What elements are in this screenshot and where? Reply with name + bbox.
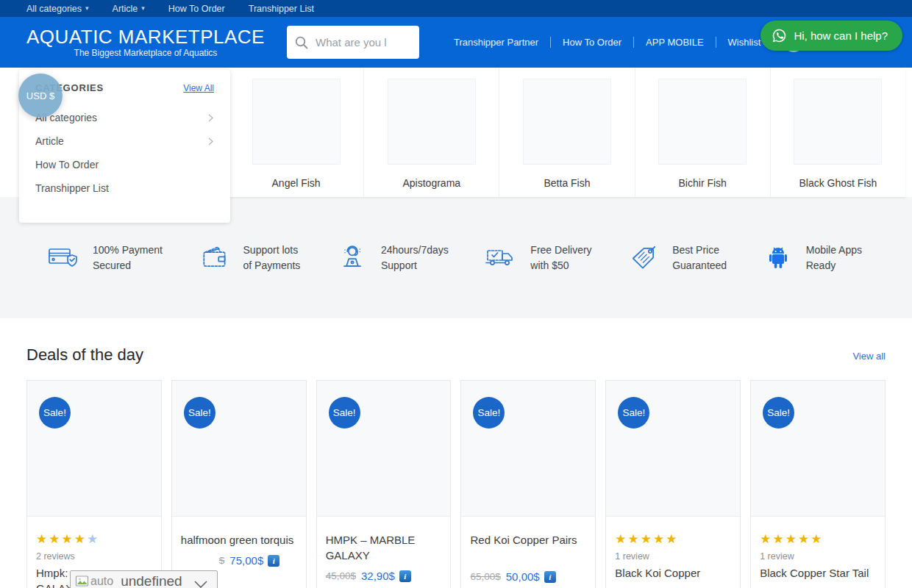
category-label: Angel Fish bbox=[272, 177, 321, 189]
nav-how-to-order[interactable]: How To Order bbox=[551, 37, 633, 48]
sidebar-view-all-link[interactable]: View All bbox=[183, 83, 214, 93]
feature-line1: 24hours/7days bbox=[381, 243, 449, 258]
product-image-placeholder: Sale! bbox=[27, 381, 161, 517]
sale-badge: Sale! bbox=[763, 397, 794, 429]
sidebar-item-all-categories[interactable]: All categories bbox=[35, 106, 214, 129]
product-name[interactable]: Red Koi Copper Pairs bbox=[470, 532, 586, 548]
info-icon[interactable]: i bbox=[268, 555, 279, 567]
topnav-label: How To Order bbox=[168, 4, 225, 14]
top-navbar: All categories ▾ Article ▾ How To Order … bbox=[0, 0, 912, 17]
old-price: 65,00$ bbox=[470, 571, 500, 582]
topnav-label: Transhipper List bbox=[249, 4, 314, 14]
support-agent-icon bbox=[337, 243, 368, 273]
review-count: 1 review bbox=[615, 551, 731, 562]
search-box bbox=[287, 26, 419, 59]
whatsapp-chat-button[interactable]: Hi, how can I help? bbox=[760, 21, 902, 51]
category-label: Black Ghost Fish bbox=[799, 177, 877, 189]
dropdown-selected-value: undefined bbox=[121, 573, 182, 588]
category-label: Apistograma bbox=[403, 177, 461, 189]
product-card[interactable]: Sale! ★★★★★ 1 review Black Copper Star T… bbox=[750, 380, 886, 588]
currency-label: USD $ bbox=[26, 90, 54, 101]
topnav-transhipper-list[interactable]: Transhipper List bbox=[249, 4, 314, 14]
feature-mobile-apps: Mobile Apps Ready bbox=[763, 243, 862, 273]
feature-best-price: Best Price Guaranteed bbox=[628, 243, 727, 273]
product-name[interactable]: HMPK – MARBLE GALAXY bbox=[326, 532, 442, 563]
deals-view-all-link[interactable]: View all bbox=[852, 351, 886, 362]
sidebar-item-how-to-order[interactable]: How To Order bbox=[35, 153, 214, 176]
topnav-all-categories[interactable]: All categories ▾ bbox=[26, 4, 89, 14]
feature-free-delivery: Free Delivery with $50 bbox=[485, 243, 591, 273]
info-icon[interactable]: i bbox=[399, 570, 411, 582]
sidebar-item-label: Article bbox=[35, 135, 64, 147]
star-rating: ★★★★★ bbox=[36, 532, 152, 547]
product-card[interactable]: Sale! ★★★★★ 1 review Black Koi Copper bbox=[605, 380, 741, 588]
old-price: $ bbox=[219, 555, 225, 566]
price-row: 45,00$ 32,90$ i bbox=[326, 570, 442, 582]
category-image-placeholder bbox=[388, 79, 476, 165]
old-price: 45,00$ bbox=[326, 570, 356, 581]
product-card[interactable]: Sale! Red Koi Copper Pairs 65,00$ 50,00$… bbox=[460, 380, 596, 588]
feature-line2: Guaranteed bbox=[672, 258, 727, 273]
category-image-placeholder bbox=[523, 79, 611, 165]
caret-down-icon: ▾ bbox=[141, 5, 145, 12]
caret-down-icon: ▾ bbox=[85, 5, 89, 12]
product-card[interactable]: Sale! ★★★★★ 2 reviews Hmpk: GALAXY bbox=[26, 380, 162, 588]
topnav-label: All categories bbox=[26, 4, 82, 14]
category-label: Betta Fish bbox=[544, 177, 590, 189]
review-count: 1 review bbox=[760, 551, 876, 562]
feature-line2: of Payments bbox=[243, 258, 301, 273]
category-image-placeholder bbox=[658, 79, 747, 165]
category-card-angel-fish[interactable]: Angel Fish bbox=[229, 68, 364, 197]
feature-line1: Mobile Apps bbox=[806, 243, 862, 258]
delivery-truck-icon bbox=[485, 243, 517, 273]
chevron-right-icon bbox=[207, 137, 214, 146]
sidebar-item-label: How To Order bbox=[35, 159, 99, 171]
category-card-black-ghost-fish[interactable]: Black Ghost Fish bbox=[771, 68, 905, 197]
chevron-down-icon bbox=[193, 580, 208, 588]
sidebar-item-label: Transhipper List bbox=[35, 182, 109, 194]
search-icon bbox=[294, 35, 309, 50]
feature-payments-support: Support lots of Payments bbox=[199, 243, 301, 273]
feature-line1: Free Delivery bbox=[530, 243, 591, 258]
topnav-article[interactable]: Article ▾ bbox=[113, 4, 145, 14]
search-input[interactable] bbox=[316, 36, 412, 49]
nav-app-mobile[interactable]: APP MOBILE bbox=[634, 37, 716, 48]
payment-secured-icon bbox=[47, 243, 79, 273]
mystery-dropdown[interactable]: auto undefined bbox=[70, 570, 218, 588]
star-rating: ★★★★★ bbox=[760, 532, 876, 547]
sale-badge: Sale! bbox=[329, 397, 360, 429]
sidebar-item-transhipper-list[interactable]: Transhipper List bbox=[35, 176, 214, 200]
deals-section-title: Deals of the day bbox=[26, 345, 143, 365]
sale-badge: Sale! bbox=[184, 397, 215, 429]
android-icon bbox=[763, 243, 793, 273]
whatsapp-icon bbox=[772, 28, 787, 43]
sidebar-item-article[interactable]: Article bbox=[35, 129, 214, 153]
feature-line2: Ready bbox=[806, 258, 862, 273]
nav-transhipper-partner[interactable]: Transhipper Partner bbox=[442, 37, 550, 48]
category-label: Bichir Fish bbox=[679, 177, 727, 189]
product-card[interactable]: Sale! HMPK – MARBLE GALAXY 45,00$ 32,90$… bbox=[316, 380, 452, 588]
price-tag-icon bbox=[628, 243, 659, 273]
topnav-how-to-order[interactable]: How To Order bbox=[168, 4, 225, 14]
category-card-bichir-fish[interactable]: Bichir Fish bbox=[635, 68, 771, 197]
currency-switcher-badge[interactable]: USD $ bbox=[18, 74, 63, 118]
sale-price: 32,90$ bbox=[361, 570, 395, 582]
feature-payment-secured: 100% Payment Secured bbox=[47, 243, 163, 273]
logo-link[interactable]: AQUATIC MARKETPLACE The Biggest Marketpl… bbox=[26, 26, 265, 58]
category-card-apistograma[interactable]: Apistograma bbox=[364, 68, 499, 197]
site-title: AQUATIC MARKETPLACE bbox=[26, 26, 265, 48]
product-image-placeholder: Sale! bbox=[172, 381, 306, 517]
star-rating: ★★★★★ bbox=[615, 532, 731, 547]
product-name[interactable]: halfmoon green torquis bbox=[181, 532, 297, 548]
category-image-placeholder bbox=[252, 79, 341, 165]
sale-price: 75,00$ bbox=[229, 554, 263, 567]
product-card[interactable]: Sale! halfmoon green torquis $ 75,00$ i bbox=[171, 380, 307, 588]
feature-support-247: 24hours/7days Support bbox=[337, 243, 449, 273]
feature-line2: with $50 bbox=[530, 258, 591, 273]
product-name[interactable]: Black Copper Star Tail bbox=[760, 565, 876, 581]
category-card-betta-fish[interactable]: Betta Fish bbox=[499, 68, 635, 197]
feature-line1: 100% Payment bbox=[93, 243, 163, 258]
product-name[interactable]: Black Koi Copper bbox=[615, 565, 731, 581]
feature-line2: Secured bbox=[93, 258, 163, 273]
info-icon[interactable]: i bbox=[544, 571, 556, 583]
